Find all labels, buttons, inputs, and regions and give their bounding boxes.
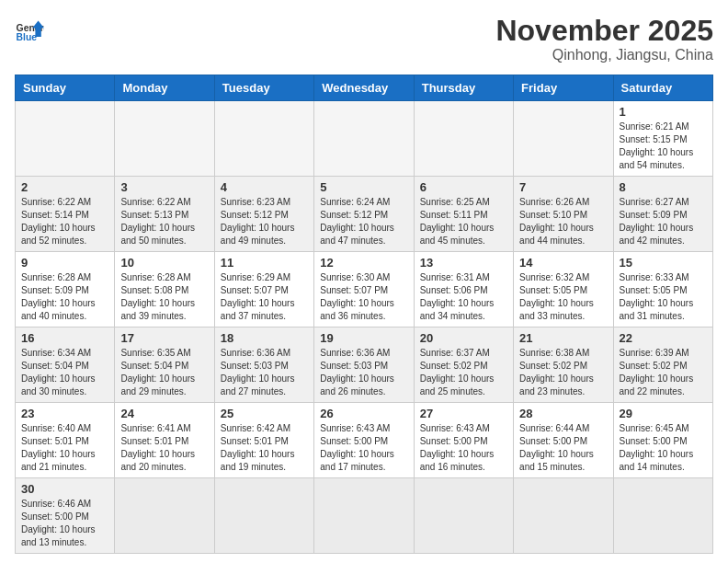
day-number: 12 <box>320 256 407 270</box>
day-info: Sunrise: 6:22 AM Sunset: 5:13 PM Dayligh… <box>120 196 208 247</box>
day-info: Sunrise: 6:35 AM Sunset: 5:04 PM Dayligh… <box>120 347 208 398</box>
page-header: General Blue November 2025 Qinhong, Jian… <box>15 15 713 63</box>
day-number: 30 <box>21 482 108 496</box>
day-number: 5 <box>320 180 407 194</box>
calendar-week-4: 16Sunrise: 6:34 AM Sunset: 5:04 PM Dayli… <box>16 327 713 403</box>
calendar-cell: 15Sunrise: 6:33 AM Sunset: 5:05 PM Dayli… <box>613 252 712 327</box>
calendar-cell: 24Sunrise: 6:41 AM Sunset: 5:01 PM Dayli… <box>115 403 214 478</box>
calendar-cell: 22Sunrise: 6:39 AM Sunset: 5:02 PM Dayli… <box>613 327 712 403</box>
calendar-cell <box>514 101 613 177</box>
day-number: 27 <box>420 407 507 420</box>
day-info: Sunrise: 6:43 AM Sunset: 5:00 PM Dayligh… <box>420 422 507 474</box>
day-number: 20 <box>420 331 507 345</box>
day-number: 8 <box>620 180 707 194</box>
calendar-cell <box>314 101 414 177</box>
day-number: 7 <box>519 180 607 194</box>
calendar-cell <box>115 478 214 554</box>
calendar-cell <box>414 478 513 554</box>
calendar-week-1: 1Sunrise: 6:21 AM Sunset: 5:15 PM Daylig… <box>16 101 713 177</box>
logo: General Blue <box>15 15 44 44</box>
day-number: 4 <box>221 180 308 194</box>
calendar-cell: 11Sunrise: 6:29 AM Sunset: 5:07 PM Dayli… <box>214 252 313 327</box>
day-number: 19 <box>320 331 407 345</box>
day-number: 22 <box>620 331 707 345</box>
day-number: 17 <box>120 331 208 345</box>
day-info: Sunrise: 6:43 AM Sunset: 5:00 PM Dayligh… <box>320 422 407 474</box>
day-info: Sunrise: 6:41 AM Sunset: 5:01 PM Dayligh… <box>120 422 208 474</box>
day-number: 24 <box>120 407 208 420</box>
day-number: 1 <box>620 105 707 119</box>
calendar-cell: 10Sunrise: 6:28 AM Sunset: 5:08 PM Dayli… <box>115 252 214 327</box>
day-info: Sunrise: 6:23 AM Sunset: 5:12 PM Dayligh… <box>221 196 308 247</box>
day-info: Sunrise: 6:38 AM Sunset: 5:02 PM Dayligh… <box>519 347 607 398</box>
calendar-cell: 25Sunrise: 6:42 AM Sunset: 5:01 PM Dayli… <box>214 403 313 478</box>
calendar-cell: 28Sunrise: 6:44 AM Sunset: 5:00 PM Dayli… <box>514 403 613 478</box>
day-number: 6 <box>420 180 507 194</box>
calendar-week-6: 30Sunrise: 6:46 AM Sunset: 5:00 PM Dayli… <box>16 478 713 554</box>
col-header-tuesday: Tuesday <box>214 75 313 101</box>
day-info: Sunrise: 6:37 AM Sunset: 5:02 PM Dayligh… <box>420 347 507 398</box>
calendar-cell: 13Sunrise: 6:31 AM Sunset: 5:06 PM Dayli… <box>414 252 513 327</box>
col-header-friday: Friday <box>514 75 613 101</box>
calendar-cell: 5Sunrise: 6:24 AM Sunset: 5:12 PM Daylig… <box>314 177 414 252</box>
calendar-header-row: SundayMondayTuesdayWednesdayThursdayFrid… <box>16 75 713 101</box>
day-info: Sunrise: 6:32 AM Sunset: 5:05 PM Dayligh… <box>519 271 607 323</box>
month-title: November 2025 <box>495 15 713 47</box>
calendar-cell <box>16 101 115 177</box>
calendar-cell <box>115 101 214 177</box>
day-info: Sunrise: 6:26 AM Sunset: 5:10 PM Dayligh… <box>519 196 607 247</box>
calendar-cell: 16Sunrise: 6:34 AM Sunset: 5:04 PM Dayli… <box>16 327 115 403</box>
calendar-cell: 12Sunrise: 6:30 AM Sunset: 5:07 PM Dayli… <box>314 252 414 327</box>
col-header-saturday: Saturday <box>613 75 712 101</box>
day-info: Sunrise: 6:27 AM Sunset: 5:09 PM Dayligh… <box>620 196 707 247</box>
calendar-cell: 29Sunrise: 6:45 AM Sunset: 5:00 PM Dayli… <box>613 403 712 478</box>
day-info: Sunrise: 6:31 AM Sunset: 5:06 PM Dayligh… <box>420 271 507 323</box>
calendar-cell: 1Sunrise: 6:21 AM Sunset: 5:15 PM Daylig… <box>613 101 712 177</box>
day-number: 2 <box>21 180 108 194</box>
day-info: Sunrise: 6:44 AM Sunset: 5:00 PM Dayligh… <box>519 422 607 474</box>
location: Qinhong, Jiangsu, China <box>495 47 713 63</box>
day-info: Sunrise: 6:46 AM Sunset: 5:00 PM Dayligh… <box>21 498 108 549</box>
day-info: Sunrise: 6:36 AM Sunset: 5:03 PM Dayligh… <box>221 347 308 398</box>
calendar-cell: 20Sunrise: 6:37 AM Sunset: 5:02 PM Dayli… <box>414 327 513 403</box>
day-number: 11 <box>221 256 308 270</box>
day-number: 18 <box>221 331 308 345</box>
day-info: Sunrise: 6:28 AM Sunset: 5:08 PM Dayligh… <box>120 271 208 323</box>
day-info: Sunrise: 6:36 AM Sunset: 5:03 PM Dayligh… <box>320 347 407 398</box>
calendar-cell <box>214 101 313 177</box>
day-number: 15 <box>620 256 707 270</box>
col-header-sunday: Sunday <box>16 75 115 101</box>
day-info: Sunrise: 6:39 AM Sunset: 5:02 PM Dayligh… <box>620 347 707 398</box>
day-number: 10 <box>120 256 208 270</box>
calendar-cell: 30Sunrise: 6:46 AM Sunset: 5:00 PM Dayli… <box>16 478 115 554</box>
calendar-week-3: 9Sunrise: 6:28 AM Sunset: 5:09 PM Daylig… <box>16 252 713 327</box>
title-block: November 2025 Qinhong, Jiangsu, China <box>495 15 713 63</box>
calendar-cell: 6Sunrise: 6:25 AM Sunset: 5:11 PM Daylig… <box>414 177 513 252</box>
day-info: Sunrise: 6:25 AM Sunset: 5:11 PM Dayligh… <box>420 196 507 247</box>
day-number: 14 <box>519 256 607 270</box>
col-header-wednesday: Wednesday <box>314 75 414 101</box>
calendar-week-5: 23Sunrise: 6:40 AM Sunset: 5:01 PM Dayli… <box>16 403 713 478</box>
calendar-cell: 17Sunrise: 6:35 AM Sunset: 5:04 PM Dayli… <box>115 327 214 403</box>
calendar-cell: 21Sunrise: 6:38 AM Sunset: 5:02 PM Dayli… <box>514 327 613 403</box>
calendar-cell: 9Sunrise: 6:28 AM Sunset: 5:09 PM Daylig… <box>16 252 115 327</box>
day-info: Sunrise: 6:29 AM Sunset: 5:07 PM Dayligh… <box>221 271 308 323</box>
svg-text:Blue: Blue <box>17 32 38 42</box>
calendar-cell: 3Sunrise: 6:22 AM Sunset: 5:13 PM Daylig… <box>115 177 214 252</box>
calendar-cell: 7Sunrise: 6:26 AM Sunset: 5:10 PM Daylig… <box>514 177 613 252</box>
calendar-cell <box>214 478 313 554</box>
calendar-cell <box>514 478 613 554</box>
calendar-cell: 19Sunrise: 6:36 AM Sunset: 5:03 PM Dayli… <box>314 327 414 403</box>
day-number: 23 <box>21 407 108 420</box>
calendar-cell <box>613 478 712 554</box>
day-number: 26 <box>320 407 407 420</box>
calendar-cell: 23Sunrise: 6:40 AM Sunset: 5:01 PM Dayli… <box>16 403 115 478</box>
day-info: Sunrise: 6:34 AM Sunset: 5:04 PM Dayligh… <box>21 347 108 398</box>
day-number: 16 <box>21 331 108 345</box>
day-number: 3 <box>120 180 208 194</box>
day-info: Sunrise: 6:42 AM Sunset: 5:01 PM Dayligh… <box>221 422 308 474</box>
calendar-cell: 18Sunrise: 6:36 AM Sunset: 5:03 PM Dayli… <box>214 327 313 403</box>
day-number: 29 <box>620 407 707 420</box>
day-info: Sunrise: 6:33 AM Sunset: 5:05 PM Dayligh… <box>620 271 707 323</box>
day-info: Sunrise: 6:30 AM Sunset: 5:07 PM Dayligh… <box>320 271 407 323</box>
